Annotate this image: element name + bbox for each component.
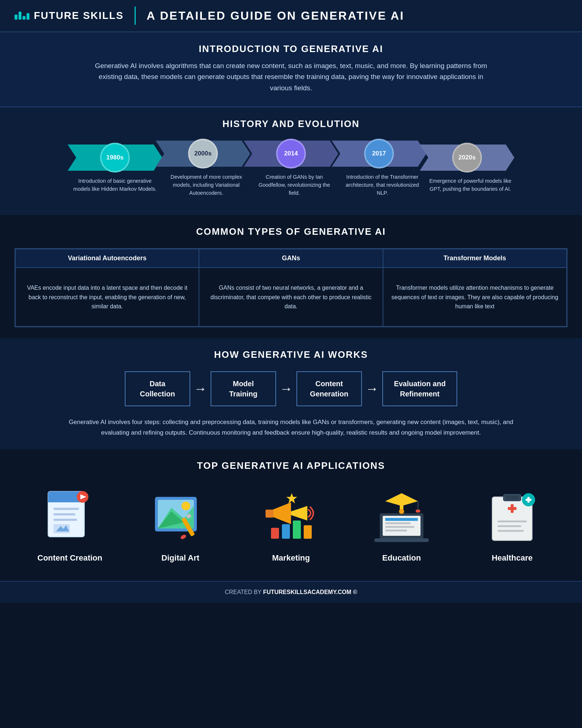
svg-rect-28 [385, 526, 414, 528]
era-label-2000s: Development of more complex models, incl… [164, 173, 248, 197]
apps-grid: Content Creation Digital [15, 482, 567, 563]
svg-rect-26 [385, 518, 418, 521]
vae-title: Variational Autoencoders [16, 249, 199, 268]
step-evaluation: Evaluation andRefinement [382, 371, 457, 406]
flow-arrow-2: → [280, 381, 293, 396]
svg-rect-19 [271, 528, 279, 539]
digital-art-label: Digital Art [162, 553, 199, 563]
app-content-creation: Content Creation [24, 482, 115, 563]
svg-rect-22 [304, 525, 312, 539]
education-label: Education [382, 553, 421, 563]
gans-body: GANs consist of two neural networks, a g… [199, 268, 382, 326]
step-model-training: ModelTraining [211, 371, 276, 406]
app-healthcare: Healthcare [467, 482, 558, 563]
timeline-era-2020s: 2020s Emergence of powerful models like … [426, 145, 514, 193]
header: FUTURE SKILLS A DETAILED GUIDE ON GENERA… [0, 0, 582, 32]
svg-point-14 [182, 502, 190, 510]
timeline-era-1980s: 1980s Introduction of basic generative m… [68, 145, 162, 193]
logo-icon [15, 12, 29, 20]
works-description: Generative AI involves four steps: colle… [55, 417, 527, 438]
header-title: A DETAILED GUIDE ON GENERATIVE AI [147, 9, 404, 23]
logo: FUTURE SKILLS [15, 10, 124, 21]
svg-rect-41 [498, 521, 527, 522]
history-title: HISTORY AND EVOLUTION [15, 118, 567, 130]
type-card-vae: Variational Autoencoders VAEs encode inp… [15, 249, 199, 327]
healthcare-icon [479, 482, 545, 548]
svg-rect-40 [511, 504, 514, 513]
svg-marker-23 [286, 493, 297, 503]
digital-art-icon [148, 482, 213, 548]
app-marketing: Marketing [246, 482, 336, 563]
works-flow: DataCollection → ModelTraining → Content… [15, 371, 567, 406]
transformer-body: Transformer models utilize attention mec… [383, 268, 566, 326]
intro-title: INTRODUCTION TO GENERATIVE AI [29, 43, 553, 55]
svg-rect-20 [282, 524, 290, 539]
app-digital-art: Digital Art [135, 482, 226, 563]
footer: CREATED BY FUTURESKILLSACADEMY.COM © [0, 581, 582, 603]
gans-title: GANs [199, 249, 382, 268]
header-divider [135, 7, 136, 25]
works-section: HOW GENERATIVE AI WORKS DataCollection →… [0, 338, 582, 449]
footer-brand: FUTURESKILLSACADEMY.COM © [263, 589, 357, 595]
education-icon [369, 482, 434, 548]
era-label-1980s: Introduction of basic generative models … [73, 177, 157, 193]
type-card-gans: GANs GANs consist of two neural networks… [199, 249, 383, 327]
vae-body: VAEs encode input data into a latent spa… [16, 268, 199, 326]
intro-description: Generative AI involves algorithms that c… [91, 60, 491, 94]
healthcare-label: Healthcare [492, 553, 533, 563]
svg-rect-42 [498, 525, 521, 527]
timeline-row: 1980s Introduction of basic generative m… [22, 141, 560, 197]
svg-rect-29 [385, 530, 407, 531]
svg-rect-38 [506, 495, 519, 500]
svg-rect-4 [53, 513, 75, 515]
svg-rect-18 [266, 510, 274, 518]
svg-rect-35 [416, 510, 420, 513]
svg-point-33 [399, 509, 404, 514]
era-label-2020s: Emergence of powerful models like GPT, p… [428, 177, 512, 193]
era-label-2017: Introduction of the Transformer architec… [340, 173, 424, 197]
era-label-2014: Creation of GANs by Ian Goodfellow, revo… [252, 173, 336, 197]
svg-rect-43 [498, 530, 524, 532]
brand-name: FUTURE SKILLS [34, 10, 124, 21]
app-education: Education [356, 482, 447, 563]
types-title: COMMON TYPES OF GENERATIVE AI [15, 226, 567, 237]
apps-title: TOP GENERATIVE AI APPLICATIONS [15, 460, 567, 471]
works-title: HOW GENERATIVE AI WORKS [15, 349, 567, 360]
types-section: COMMON TYPES OF GENERATIVE AI Variationa… [0, 215, 582, 338]
flow-arrow-3: → [366, 381, 379, 396]
apps-section: TOP GENERATIVE AI APPLICATIONS [0, 449, 582, 581]
content-creation-label: Content Creation [37, 553, 102, 563]
footer-text: CREATED BY [225, 589, 263, 595]
svg-rect-30 [374, 538, 429, 542]
type-card-transformer: Transformer Models Transformer models ut… [383, 249, 567, 327]
svg-rect-27 [385, 522, 411, 524]
svg-rect-21 [293, 521, 301, 539]
content-creation-icon [37, 482, 103, 548]
svg-point-16 [180, 534, 187, 540]
svg-rect-5 [53, 519, 77, 521]
intro-section: INTRODUCTION TO GENERATIVE AI Generative… [0, 32, 582, 107]
flow-arrow-1: → [194, 381, 207, 396]
timeline-era-2000s: 2000s Development of more complex models… [162, 141, 250, 197]
transformer-title: Transformer Models [383, 249, 566, 268]
marketing-icon [258, 482, 324, 548]
types-grid: Variational Autoencoders VAEs encode inp… [15, 248, 567, 327]
step-content-generation: ContentGeneration [296, 371, 362, 406]
svg-rect-46 [527, 497, 530, 503]
svg-rect-3 [53, 508, 79, 510]
history-section: HISTORY AND EVOLUTION 1980s Introduction… [0, 107, 582, 215]
marketing-label: Marketing [272, 553, 310, 563]
timeline-era-2014: 2014 Creation of GANs by Ian Goodfellow,… [250, 141, 338, 197]
timeline-era-2017: 2017 Introduction of the Transformer arc… [338, 141, 426, 197]
step-data-collection: DataCollection [125, 371, 190, 406]
